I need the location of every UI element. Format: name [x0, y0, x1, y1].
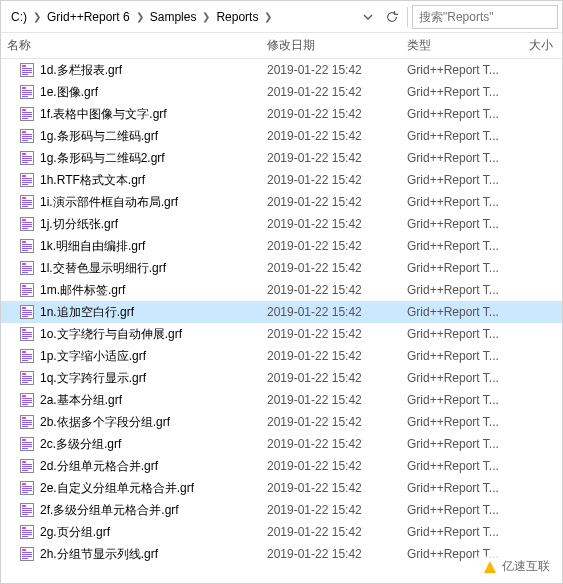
breadcrumb-item[interactable]: C:)	[9, 8, 29, 26]
watermark: 亿速互联	[476, 556, 556, 577]
svg-rect-37	[22, 197, 26, 199]
file-name: 1l.交替色显示明细行.grf	[40, 260, 166, 277]
file-row[interactable]: 1l.交替色显示明细行.grf2019-01-22 15:42Grid++Rep…	[1, 257, 562, 279]
svg-rect-52	[22, 248, 32, 249]
file-date: 2019-01-22 15:42	[261, 481, 401, 495]
svg-rect-77	[22, 338, 28, 339]
svg-rect-44	[22, 222, 32, 223]
file-row[interactable]: 1g.条形码与二维码.grf2019-01-22 15:42Grid++Repo…	[1, 125, 562, 147]
svg-rect-58	[22, 270, 32, 271]
file-row[interactable]: 1g.条形码与二维码2.grf2019-01-22 15:42Grid++Rep…	[1, 147, 562, 169]
file-date: 2019-01-22 15:42	[261, 195, 401, 209]
svg-rect-88	[22, 380, 32, 381]
file-date: 2019-01-22 15:42	[261, 261, 401, 275]
search-input[interactable]	[412, 5, 558, 29]
file-name: 1g.条形码与二维码.grf	[40, 128, 158, 145]
file-type: Grid++Report T...	[401, 107, 523, 121]
file-name: 1k.明细自由编排.grf	[40, 238, 145, 255]
grf-file-icon	[19, 348, 35, 364]
svg-rect-119	[22, 492, 28, 493]
column-header-type[interactable]: 类型	[401, 33, 523, 58]
svg-rect-19	[22, 131, 26, 133]
file-row[interactable]: 1i.演示部件框自动布局.grf2019-01-22 15:42Grid++Re…	[1, 191, 562, 213]
file-date: 2019-01-22 15:42	[261, 371, 401, 385]
toolbar-divider	[407, 7, 408, 27]
svg-rect-101	[22, 426, 28, 427]
breadcrumb-item[interactable]: Grid++Report 6	[45, 8, 132, 26]
svg-rect-39	[22, 202, 32, 203]
history-dropdown-button[interactable]	[357, 6, 379, 28]
svg-rect-43	[22, 219, 26, 221]
column-header-name[interactable]: 名称	[1, 33, 261, 58]
file-row[interactable]: 1f.表格中图像与文字.grf2019-01-22 15:42Grid++Rep…	[1, 103, 562, 125]
svg-rect-57	[22, 268, 32, 269]
svg-rect-81	[22, 356, 32, 357]
file-row[interactable]: 2c.多级分组.grf2019-01-22 15:42Grid++Report …	[1, 433, 562, 455]
chevron-right-icon[interactable]: ❯	[198, 11, 214, 22]
svg-rect-106	[22, 446, 32, 447]
svg-rect-1	[22, 65, 26, 67]
file-name: 2d.分组单元格合并.grf	[40, 458, 158, 475]
svg-rect-13	[22, 109, 26, 111]
file-row[interactable]: 2g.页分组.grf2019-01-22 15:42Grid++Report T…	[1, 521, 562, 543]
file-row[interactable]: 1h.RTF格式文本.grf2019-01-22 15:42Grid++Repo…	[1, 169, 562, 191]
chevron-right-icon[interactable]: ❯	[29, 11, 45, 22]
file-row[interactable]: 2f.多级分组单元格合并.grf2019-01-22 15:42Grid++Re…	[1, 499, 562, 521]
file-row[interactable]: 2a.基本分组.grf2019-01-22 15:42Grid++Report …	[1, 389, 562, 411]
file-row[interactable]: 2e.自定义分组单元格合并.grf2019-01-22 15:42Grid++R…	[1, 477, 562, 499]
file-row[interactable]: 1q.文字跨行显示.grf2019-01-22 15:42Grid++Repor…	[1, 367, 562, 389]
svg-rect-93	[22, 400, 32, 401]
grf-file-icon	[19, 392, 35, 408]
svg-rect-27	[22, 158, 32, 159]
watermark-text: 亿速互联	[502, 558, 550, 575]
file-date: 2019-01-22 15:42	[261, 547, 401, 561]
chevron-right-icon[interactable]: ❯	[132, 11, 148, 22]
svg-rect-82	[22, 358, 32, 359]
file-row[interactable]: 1k.明细自由编排.grf2019-01-22 15:42Grid++Repor…	[1, 235, 562, 257]
svg-rect-116	[22, 486, 32, 487]
grf-file-icon	[19, 106, 35, 122]
file-row[interactable]: 1o.文字绕行与自动伸展.grf2019-01-22 15:42Grid++Re…	[1, 323, 562, 345]
file-row[interactable]: 1d.多栏报表.grf2019-01-22 15:42Grid++Report …	[1, 59, 562, 81]
svg-rect-91	[22, 395, 26, 397]
svg-rect-64	[22, 292, 32, 293]
refresh-button[interactable]	[381, 6, 403, 28]
file-row[interactable]: 2d.分组单元格合并.grf2019-01-22 15:42Grid++Repo…	[1, 455, 562, 477]
svg-rect-105	[22, 444, 32, 445]
file-row[interactable]: 1n.追加空白行.grf2019-01-22 15:42Grid++Report…	[1, 301, 562, 323]
svg-rect-133	[22, 549, 26, 551]
grf-file-icon	[19, 62, 35, 78]
file-row[interactable]: 1m.邮件标签.grf2019-01-22 15:42Grid++Report …	[1, 279, 562, 301]
svg-rect-34	[22, 182, 32, 183]
svg-rect-109	[22, 461, 26, 463]
svg-rect-20	[22, 134, 32, 135]
file-type: Grid++Report T...	[401, 327, 523, 341]
file-row[interactable]: 1p.文字缩小适应.grf2019-01-22 15:42Grid++Repor…	[1, 345, 562, 367]
svg-rect-67	[22, 307, 26, 309]
grf-file-icon	[19, 326, 35, 342]
svg-rect-9	[22, 92, 32, 93]
column-header-date[interactable]: 修改日期	[261, 33, 401, 58]
file-name: 2g.页分组.grf	[40, 524, 110, 541]
svg-rect-70	[22, 314, 32, 315]
file-date: 2019-01-22 15:42	[261, 107, 401, 121]
grf-file-icon	[19, 194, 35, 210]
column-header-size[interactable]: 大小	[523, 33, 562, 58]
file-row[interactable]: 1j.切分纸张.grf2019-01-22 15:42Grid++Report …	[1, 213, 562, 235]
svg-rect-134	[22, 552, 32, 553]
file-row[interactable]: 1e.图像.grf2019-01-22 15:42Grid++Report T.…	[1, 81, 562, 103]
svg-rect-46	[22, 226, 32, 227]
svg-rect-122	[22, 508, 32, 509]
breadcrumb-item[interactable]: Reports	[214, 8, 260, 26]
svg-rect-47	[22, 228, 28, 229]
chevron-right-icon[interactable]: ❯	[260, 11, 276, 22]
breadcrumb[interactable]: C:) ❯ Grid++Report 6 ❯ Samples ❯ Reports…	[5, 5, 355, 29]
grf-file-icon	[19, 524, 35, 540]
file-type: Grid++Report T...	[401, 349, 523, 363]
file-name: 2f.多级分组单元格合并.grf	[40, 502, 179, 519]
breadcrumb-item[interactable]: Samples	[148, 8, 199, 26]
file-type: Grid++Report T...	[401, 481, 523, 495]
svg-rect-45	[22, 224, 32, 225]
file-name: 1n.追加空白行.grf	[40, 304, 134, 321]
file-row[interactable]: 2b.依据多个字段分组.grf2019-01-22 15:42Grid++Rep…	[1, 411, 562, 433]
